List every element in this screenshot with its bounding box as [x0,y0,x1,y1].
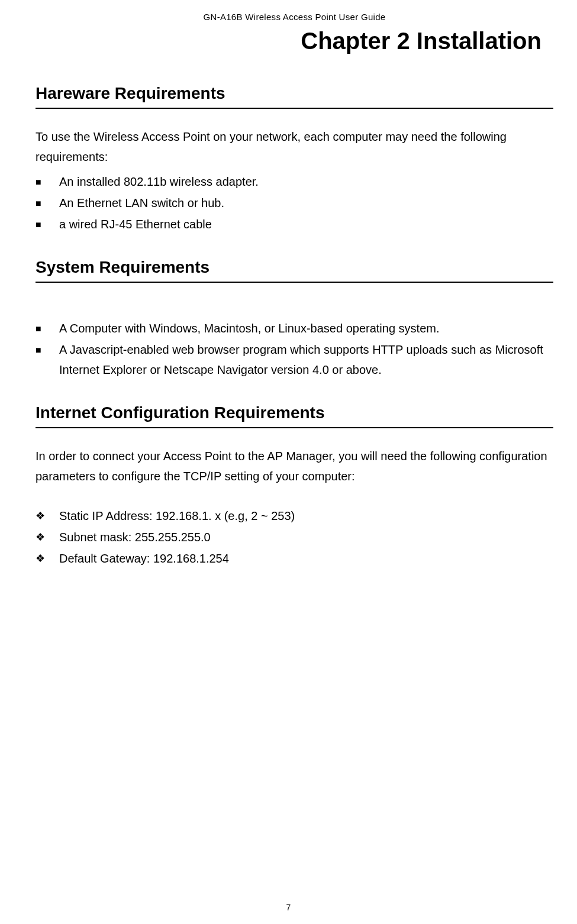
chapter-title: Chapter 2 Installation [36,28,553,54]
list-item: Default Gateway: 192.168.1.254 [36,548,553,568]
list-item: Subnet mask: 255.255.255.0 [36,527,553,547]
list-item: An installed 802.11b wireless adapter. [36,172,553,192]
list-item: Static IP Address: 192.168.1. x (e.g, 2 … [36,506,553,526]
internet-config-heading: Internet Configuration Requirements [36,403,553,428]
hardware-list: An installed 802.11b wireless adapter. A… [36,172,553,234]
internet-list: Static IP Address: 192.168.1. x (e.g, 2 … [36,506,553,568]
system-list: A Computer with Windows, Macintosh, or L… [36,318,553,380]
list-item: A Javascript-enabled web browser program… [36,340,553,380]
hardware-intro-text: To use the Wireless Access Point on your… [36,127,553,167]
hardware-requirements-heading: Hareware Requirements [36,84,553,109]
list-item: a wired RJ-45 Ethernet cable [36,214,553,234]
list-item: An Ethernet LAN switch or hub. [36,193,553,213]
list-item: A Computer with Windows, Macintosh, or L… [36,318,553,338]
internet-intro-text: In order to connect your Access Point to… [36,446,553,486]
page-number: 7 [286,903,291,912]
document-header: GN-A16B Wireless Access Point User Guide [36,12,553,22]
system-requirements-heading: System Requirements [36,258,553,283]
